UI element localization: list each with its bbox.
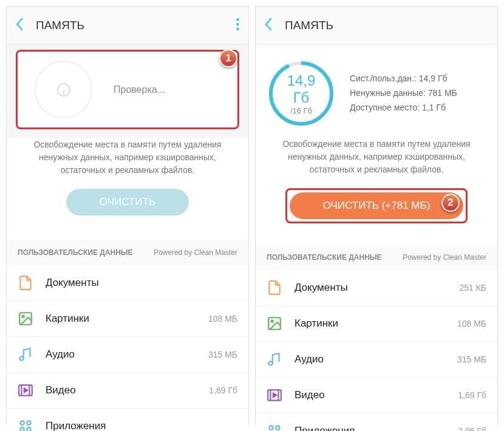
powered-by-text: Powered by Clean Master (154, 248, 237, 257)
step-badge-2: 2 (441, 194, 460, 212)
gauge-total-value: /16 Гб (285, 106, 318, 115)
item-label: Картинки (295, 317, 457, 330)
audio-icon (267, 351, 282, 367)
data-list: Документы Картинки 108 МБ Аудио 315 МБ В… (7, 265, 248, 431)
svg-point-5 (19, 356, 24, 361)
list-header: ПОЛЬЗОВАТЕЛЬСКИЕ ДАННЫЕ Powered by Clean… (256, 245, 497, 270)
clean-button-highlight: ОЧИСТИТЬ (+781 МБ) (285, 188, 468, 223)
header: ПАМЯТЬ (256, 7, 497, 45)
item-size: 108 МБ (457, 319, 486, 328)
item-label: Картинки (46, 313, 208, 325)
apps-icon (267, 423, 282, 431)
description-text: Освобождение места в памяти путем удален… (256, 138, 497, 188)
checking-panel: Проверка... (16, 50, 239, 129)
video-icon (18, 382, 33, 398)
pictures-icon (18, 311, 33, 327)
list-item-video[interactable]: Видео 1,69 Гб (256, 378, 497, 413)
item-label: Приложения (295, 425, 458, 431)
description-text: Освобождение места в памяти путем удален… (7, 138, 248, 189)
storage-stats: Сист./польз.дан.: 14,9 Гб Ненужные данны… (350, 72, 457, 115)
item-label: Документы (295, 282, 459, 294)
documents-icon (267, 280, 282, 296)
svg-point-13 (27, 427, 30, 431)
svg-point-18 (268, 361, 273, 365)
list-item-documents[interactable]: Документы (7, 265, 248, 301)
spinner-icon (35, 61, 92, 118)
item-size: 315 МБ (457, 355, 486, 364)
powered-by-text: Powered by Clean Master (403, 253, 486, 262)
back-icon[interactable] (265, 18, 273, 33)
step-badge-1: 1 (219, 49, 237, 67)
svg-point-23 (269, 426, 273, 430)
apps-icon (18, 418, 33, 431)
item-label: Приложения (46, 420, 237, 431)
item-label: Документы (46, 277, 237, 289)
checking-status-text: Проверка... (114, 84, 165, 95)
header: ПАМЯТЬ (7, 7, 248, 45)
svg-point-1 (236, 23, 239, 25)
storage-gauge: 14,9 Гб /16 Гб (268, 60, 335, 127)
list-header-title: ПОЛЬЗОВАТЕЛЬСКИЕ ДАННЫЕ (267, 253, 403, 262)
audio-icon (18, 347, 33, 362)
svg-point-0 (236, 18, 239, 21)
svg-marker-9 (24, 389, 27, 393)
gauge-used-value: 14,9 Гб (285, 72, 318, 106)
back-icon[interactable] (16, 18, 24, 33)
video-icon (267, 387, 282, 403)
list-item-pictures[interactable]: Картинки 108 МБ (256, 306, 497, 342)
list-item-apps[interactable]: Приложения 2,06 Гб (256, 413, 497, 431)
svg-point-10 (20, 421, 24, 425)
item-label: Аудио (46, 348, 208, 361)
svg-point-11 (27, 421, 30, 425)
data-list: Документы 251 КБ Картинки 108 МБ Аудио 3… (256, 270, 497, 431)
pictures-icon (267, 316, 282, 331)
list-item-audio[interactable]: Аудио 315 МБ (256, 342, 497, 378)
svg-point-4 (22, 316, 24, 317)
storage-gauge-panel: 14,9 Гб /16 Гб Сист./польз.дан.: 14,9 Гб… (256, 45, 497, 138)
list-item-documents[interactable]: Документы 251 КБ (256, 270, 497, 306)
item-size: 251 КБ (459, 283, 486, 293)
clean-button[interactable]: ОЧИСТИТЬ (66, 189, 189, 216)
list-header-title: ПОЛЬЗОВАТЕЛЬСКИЕ ДАННЫЕ (18, 248, 154, 257)
svg-point-17 (271, 321, 273, 322)
list-item-apps[interactable]: Приложения (7, 409, 248, 431)
svg-point-12 (20, 427, 24, 431)
svg-point-24 (276, 426, 280, 430)
stat-junk: Ненужные данные: 781 МБ (350, 86, 457, 101)
svg-point-2 (236, 28, 239, 30)
list-item-pictures[interactable]: Картинки 108 МБ (7, 301, 248, 337)
item-size: 1,69 Гб (209, 385, 237, 395)
screen-checking: 1 ПАМЯТЬ Проверка... Освобождение места … (6, 6, 249, 425)
item-size: 2,06 Гб (458, 426, 486, 431)
item-label: Видео (295, 389, 458, 401)
item-size: 108 МБ (208, 314, 237, 324)
list-item-video[interactable]: Видео 1,69 Гб (7, 373, 248, 409)
page-title: ПАМЯТЬ (36, 19, 236, 32)
list-item-audio[interactable]: Аудио 315 МБ (7, 337, 248, 373)
screen-result: 2 ПАМЯТЬ 14,9 Гб /16 Гб Сист./польз.дан.… (255, 6, 498, 425)
list-header: ПОЛЬЗОВАТЕЛЬСКИЕ ДАННЫЕ Powered by Clean… (7, 240, 248, 265)
item-size: 315 МБ (208, 350, 237, 359)
documents-icon (18, 275, 33, 291)
clean-button[interactable]: ОЧИСТИТЬ (+781 МБ) (290, 192, 464, 219)
item-size: 1,69 Гб (458, 390, 486, 400)
more-icon[interactable] (236, 18, 239, 33)
svg-marker-22 (273, 393, 276, 398)
item-label: Видео (46, 384, 209, 396)
page-title: ПАМЯТЬ (285, 19, 488, 32)
item-label: Аудио (295, 353, 457, 365)
stat-available: Доступное место: 1,1 Гб (350, 101, 457, 115)
stat-system-user: Сист./польз.дан.: 14,9 Гб (350, 72, 457, 86)
